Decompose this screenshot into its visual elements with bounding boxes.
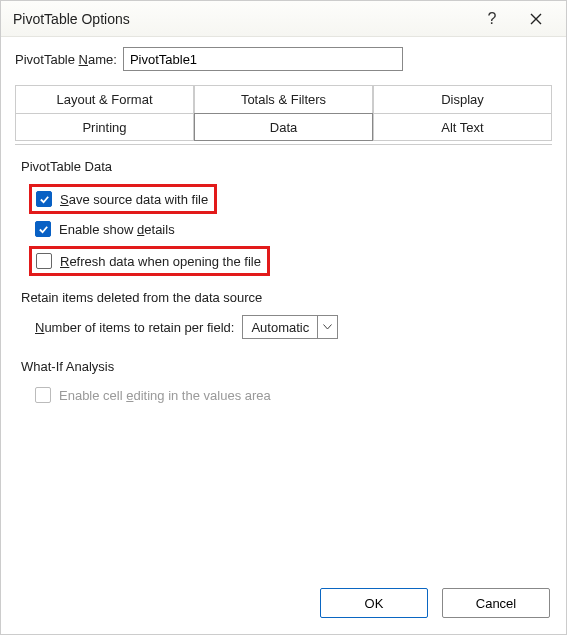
checkbox-save-source-data[interactable] [36,191,52,207]
group-retain-items: Retain items deleted from the data sourc… [21,290,546,305]
close-button[interactable] [514,4,558,34]
tab-panel-data: PivotTable Data Save source data with fi… [15,144,552,576]
tab-data[interactable]: Data [194,113,373,141]
chevron-down-icon [317,316,337,338]
check-icon [38,224,49,235]
tab-layout-format[interactable]: Layout & Format [15,85,194,113]
group-whatif: What-If Analysis [21,359,546,374]
label-enable-show-details: Enable show details [59,222,175,237]
select-retain-value: Automatic [243,316,317,338]
row-enable-cell-editing: Enable cell editing in the values area [35,384,546,406]
pivottable-name-label: PivotTable Name: [15,52,117,67]
highlight-refresh-open: Refresh data when opening the file [29,246,270,276]
label-refresh-on-open: Refresh data when opening the file [60,254,261,269]
pivottable-name-row: PivotTable Name: [15,47,552,71]
checkbox-enable-show-details[interactable] [35,221,51,237]
pivottable-name-input[interactable] [123,47,403,71]
cancel-button[interactable]: Cancel [442,588,550,618]
tab-alt-text[interactable]: Alt Text [373,113,552,141]
dialog-footer: OK Cancel [1,576,566,634]
tabstrip: Layout & Format Totals & Filters Display… [15,85,552,141]
row-enable-show-details: Enable show details [35,218,546,240]
titlebar: PivotTable Options ? [1,1,566,37]
help-button[interactable]: ? [470,4,514,34]
label-enable-cell-editing: Enable cell editing in the values area [59,388,271,403]
row-retain-per-field: Number of items to retain per field: Aut… [35,315,546,339]
close-icon [530,13,542,25]
tab-printing[interactable]: Printing [15,113,194,141]
select-retain-per-field[interactable]: Automatic [242,315,338,339]
ok-button[interactable]: OK [320,588,428,618]
group-pivottable-data: PivotTable Data [21,159,546,174]
check-icon [39,194,50,205]
tab-display[interactable]: Display [373,85,552,113]
tab-totals-filters[interactable]: Totals & Filters [194,85,373,113]
pivottable-options-dialog: PivotTable Options ? PivotTable Name: La… [0,0,567,635]
checkbox-refresh-on-open[interactable] [36,253,52,269]
dialog-title: PivotTable Options [13,11,470,27]
label-save-source-data: Save source data with file [60,192,208,207]
checkbox-enable-cell-editing [35,387,51,403]
highlight-save-source: Save source data with file [29,184,217,214]
label-retain-per-field: Number of items to retain per field: [35,320,234,335]
